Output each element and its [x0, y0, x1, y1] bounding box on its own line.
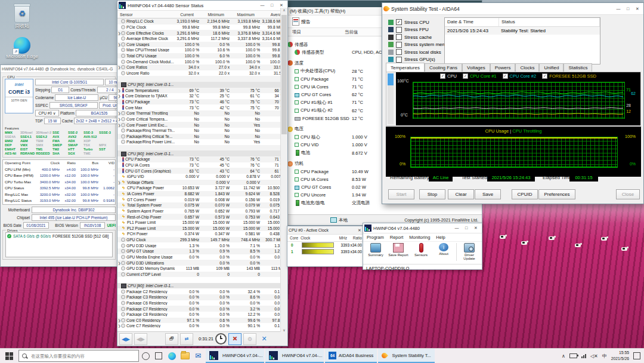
drive-row[interactable]: ✓ SATA 6 Gb/s @ 6Gb/s FORESEE 512GB SSD … — [7, 234, 111, 238]
sensor-row[interactable]: ϟPCH Power0.374 W0.347 W0.581 W0.438 W — [117, 231, 287, 237]
cortana-button[interactable] — [139, 349, 152, 362]
start-button[interactable]: Start — [388, 189, 414, 199]
taskbar-app-hwinfo64-v7-04-[interactable]: HWiNFO64 v7.04-... — [206, 349, 264, 363]
stress-checkbox[interactable] — [396, 27, 402, 33]
maximize-button[interactable]: □ — [267, 1, 277, 10]
stress-checkbox[interactable] — [396, 57, 402, 63]
tab-voltages[interactable]: Voltages — [462, 63, 490, 72]
stress-checkbox[interactable] — [396, 34, 402, 40]
sensor-column-sensor[interactable]: Sensor — [117, 13, 169, 17]
summary-button[interactable]: Summary — [366, 243, 386, 257]
sensor-row[interactable]: ϟTotal System Power0.075 W0.070 W0.079 W… — [117, 202, 287, 208]
sensor-group-row[interactable]: CPU [#0]: Intel Core i3-1... — [117, 150, 287, 156]
sensor-row[interactable]: Package/Ring Critical Te...NoNoNo — [117, 134, 287, 140]
sensor-row[interactable]: Package C2 Residency0.0 %0.0 %32.4 %0.1 … — [117, 288, 287, 294]
sensor-row[interactable]: CPU GT Cores (Graphics)63 °C43 °C64 °C61… — [117, 168, 287, 174]
log-row[interactable]: 2021/5/26 15:24:43Stability Test: Starte… — [445, 27, 600, 35]
about-button[interactable]: iAbout — [434, 243, 454, 256]
legend-item[interactable]: ✓CPU — [440, 73, 457, 79]
sensor-row[interactable]: ❯Core Usages100.0 %0.0 %100.0 %99.8 % — [117, 42, 287, 48]
tray-clock[interactable]: 15:55 2021/5/26 — [611, 350, 629, 361]
log-col-status[interactable]: Status — [499, 18, 600, 26]
sensor-column-minimum[interactable]: Minimum — [196, 13, 226, 17]
stress-checkbox[interactable]: ✓ — [396, 19, 402, 25]
report-button[interactable]: 报告 — [301, 19, 311, 25]
start-button[interactable] — [5, 352, 13, 360]
edge-taskbar-icon[interactable] — [165, 349, 178, 362]
tab-temperatures[interactable]: Temperatures — [386, 63, 425, 72]
stress-option[interactable]: Stress system memory — [388, 41, 453, 49]
settings-button[interactable]: ⚙ — [243, 333, 256, 345]
close-sensors-button[interactable]: ✕ — [258, 334, 270, 344]
sensor-row[interactable]: ❯Core Distance to TjMAX32 °C25 °C61 °C34… — [117, 93, 287, 99]
sensor-row[interactable]: ❯Core Temperatures69 °C39 °C75 °C66 °C — [117, 88, 287, 94]
sensor-row[interactable]: ϟRest-of-Chip Power0.657 W0.573 W0.753 W… — [117, 214, 287, 220]
minimize-button[interactable]: — — [614, 5, 623, 13]
battery-icon[interactable] — [569, 353, 577, 358]
sensor-row[interactable]: Average Effective Clock3,291.6 MHz117.2 … — [117, 36, 287, 42]
sensor-table-header[interactable]: SensorCurrentMinimumMaximumAverage — [117, 11, 287, 19]
sensor-group-row[interactable]: CPU [#0]: Intel Core i3-1... — [117, 283, 287, 289]
sensor-row[interactable]: ϟIA Cores Power8.682 W1.843 W9.624 W8.52… — [117, 191, 287, 197]
sensor-row[interactable]: GPU D3D Usage1.3 %0.0 %7.1 %1.3 % — [117, 242, 287, 248]
file-explorer-icon[interactable] — [178, 349, 191, 362]
graph-scrollbar[interactable] — [388, 73, 394, 124]
taskbar-app-aida64-business[interactable]: 64AIDA64 Business — [325, 349, 377, 363]
sensor-row[interactable]: ❯Core Power Limit Exc...NoNoYes — [117, 122, 287, 128]
stress-option[interactable]: Stress local disks — [388, 48, 453, 56]
clock-icon[interactable] — [215, 333, 227, 344]
sensor-row[interactable]: ϟSystem Agent Power0.765 W0.652 W0.793 W… — [117, 208, 287, 214]
tray-chevron[interactable]: ∧ — [562, 353, 565, 359]
log-col-datetime[interactable]: Date & Time — [445, 18, 499, 26]
menu-monitoring[interactable]: Monitoring — [409, 235, 430, 240]
stress-option[interactable]: Stress FPU — [388, 26, 453, 34]
cpuid-button[interactable]: CPUID — [512, 189, 538, 199]
sensor-row[interactable]: ❯Core Critical Tempera...NoNoNo — [117, 116, 287, 122]
sensor-scrollbar[interactable]: ∧∨ — [280, 8, 287, 332]
sensor-row[interactable]: Current cTDP Level0000 — [117, 272, 287, 278]
sensor-row[interactable]: Core Max73 °C42 °C75 °C70 °C — [117, 104, 287, 110]
task-view-button[interactable] — [152, 349, 165, 362]
sensor-group-row[interactable]: CPU [#0]: Intel Core i3-1... — [117, 82, 287, 88]
sensor-row[interactable]: Package C8 Residency0.0 %0.0 %12.2 %0.0 … — [117, 312, 287, 318]
sensor-row[interactable]: CPU Package73 °C45 °C76 °C71 °C — [117, 156, 287, 162]
preferences-button[interactable]: Preferences — [538, 189, 575, 199]
sensor-column-maximum[interactable]: Maximum — [226, 13, 256, 17]
sensors-button[interactable]: Sensors — [411, 243, 431, 257]
sensor-row[interactable]: CPU IA Cores73 °C45 °C76 °C71 °C — [117, 162, 287, 168]
close-button[interactable]: ✕ — [633, 5, 642, 13]
taskbar-search[interactable] — [18, 350, 139, 362]
minimize-button[interactable]: — — [258, 1, 267, 10]
stress-checkbox[interactable] — [396, 42, 402, 48]
column-current-value[interactable]: 当前值 — [345, 29, 358, 35]
stress-checkbox[interactable] — [396, 49, 402, 55]
nav-back-forward-button[interactable]: ◀▶ — [119, 333, 132, 345]
sensor-row[interactable]: Package C3 Residency0.0 %0.0 %8.6 %0.0 % — [117, 294, 287, 300]
sensor-row[interactable]: GPU Media Engine Usage0.0 %0.0 %0.0 %0.0… — [117, 254, 287, 260]
sensor-row[interactable]: GPU Clock299.3 MHz149.7 MHz748.4 MHz300.… — [117, 237, 287, 243]
menu-program[interactable]: Program — [367, 235, 384, 240]
legend-item[interactable]: ✓CPU Core #1 — [463, 73, 497, 79]
stress-option[interactable]: Stress cache — [388, 33, 453, 41]
menu-help[interactable]: Help — [436, 235, 445, 240]
network-button[interactable]: ⇄ — [180, 333, 193, 345]
sensor-row[interactable]: GPU GT Usage1.3 %0.9 %8.5 %1.2 % — [117, 248, 287, 254]
sensor-row[interactable]: ϟPL1 Power Limit15.000 W15.000 W15.000 W… — [117, 220, 287, 226]
sensor-row[interactable]: Package/Ring Power Limi...NoNoYes — [117, 139, 287, 145]
maximize-button[interactable]: □ — [623, 5, 633, 13]
action-center-icon[interactable] — [633, 352, 640, 359]
sensor-row[interactable]: ϟPL2 Power Limit15.000 W15.000 W15.000 W… — [117, 226, 287, 232]
sensor-row[interactable]: ❯Core C0 Residency97.1 %0.6 %99.6 %97.8 … — [117, 318, 287, 324]
sensor-row[interactable]: Uncore Ratio32.0 x22.0 x32.0 x31.5 x — [117, 70, 287, 76]
volume-muted-icon[interactable]: ◁✕ — [590, 353, 598, 359]
sensor-row[interactable]: Package C7 Residency0.0 %0.0 %3.2 %0.0 % — [117, 306, 287, 312]
desktop-icon-edge[interactable]: ↗ Microsoft Edge — [5, 37, 39, 59]
tab-powers[interactable]: Powers — [490, 63, 516, 72]
sensor-row[interactable]: ❯Core Effective Clocks3,291.6 MHz18.6 MH… — [117, 30, 287, 36]
sensor-row[interactable]: Package/Ring Thermal Th...NoNoNo — [117, 128, 287, 134]
sensor-row[interactable]: ϟGT Cores Power0.019 W0.008 W0.156 W0.01… — [117, 196, 287, 202]
legend-checkbox[interactable]: ✓ — [503, 73, 508, 79]
ime-indicator[interactable]: 中 — [602, 353, 607, 359]
sensor-row[interactable]: ❯Core C7 Residency0.0 %0.0 %90.1 %0.1 % — [117, 323, 287, 329]
minimize-button[interactable]: — — [452, 224, 462, 232]
